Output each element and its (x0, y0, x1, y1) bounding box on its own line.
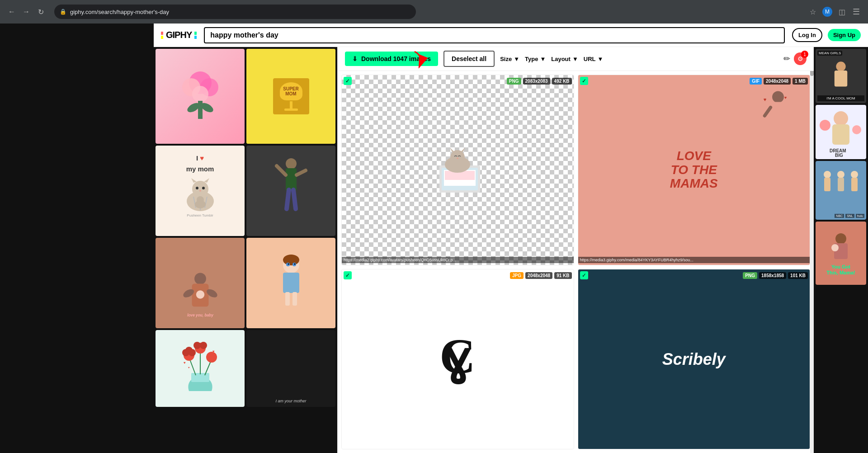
svg-point-87 (831, 244, 839, 251)
you-got-mama-tile[interactable]: You GotThis, Mama! (816, 222, 866, 285)
svg-point-49 (193, 342, 201, 349)
svg-point-83 (851, 171, 858, 178)
address-bar[interactable]: 🔒 giphy.com/search/happy-mother's-day (54, 5, 416, 19)
download-icon: ⇓ (352, 55, 358, 62)
layout-filter[interactable]: Layout ▼ (551, 56, 578, 62)
forward-button[interactable]: → (20, 5, 33, 18)
size-filter[interactable]: Size ▼ (500, 56, 519, 62)
svg-point-75 (820, 120, 830, 131)
right-gifs-column: I'M A COOL MOM MEAN GIRLS (814, 47, 868, 453)
item-header: ✓ PNG 2083x2083 492 KB (344, 77, 572, 85)
i-love-mom-gif-tile[interactable]: I ♥my mom (156, 146, 245, 236)
svg-point-29 (196, 290, 204, 298)
main-area: GIPHY Log In Sign Up (0, 24, 868, 453)
item-tags: PNG 2083x2083 492 KB (507, 78, 572, 85)
svg-point-51 (206, 352, 217, 363)
grid-view-button[interactable]: ✏ (783, 54, 790, 64)
svg-line-24 (293, 190, 296, 209)
item-checkbox-4[interactable]: ✓ (580, 271, 588, 279)
back-button[interactable]: ← (5, 5, 18, 18)
item-url: https://media2.giphy.com/avatars/pusheen… (342, 257, 574, 263)
svg-rect-80 (824, 178, 830, 191)
svg-rect-84 (851, 178, 858, 191)
chevron-down-icon-4: ▼ (598, 56, 604, 62)
toolbar-right: ✏ ⚙ 1 (783, 52, 807, 65)
svg-point-32 (283, 255, 299, 265)
item-preview-3: ɣ C (342, 269, 574, 449)
bookmark-button[interactable]: ☆ (807, 5, 819, 18)
item-tags-3: JPG 2048x2048 91 KB (510, 272, 571, 279)
url-text: giphy.com/search/happy-mother's-day (70, 9, 169, 15)
search-input[interactable] (204, 27, 785, 43)
user-button[interactable]: ☰ (850, 5, 863, 18)
mean-girls-badge: MEAN GIRLS (817, 51, 842, 56)
super-mom-gif-tile[interactable]: SUPERMOM (246, 49, 335, 144)
lock-icon: 🔒 (60, 9, 66, 15)
cartoon-mom-gif-tile[interactable] (246, 238, 335, 328)
mom-baby-gif-tile[interactable]: love you, baby (156, 238, 245, 328)
dimensions-tag-2: 2048x2048 (764, 78, 791, 85)
svg-point-19 (286, 158, 297, 169)
deselect-button[interactable]: Deselect all (443, 51, 495, 67)
item-header-2: ✓ GIF 2048x2048 1 MB (580, 77, 808, 85)
dream-big-tile[interactable]: DREAM BIG (816, 105, 866, 159)
chevron-down-icon-3: ▼ (572, 56, 578, 62)
svg-point-3 (192, 86, 208, 102)
svg-line-21 (277, 166, 286, 175)
mean-girls-tile[interactable]: I'M A COOL MOM MEAN GIRLS (816, 49, 866, 103)
download-toolbar: ⇓ Download 1047 images Deselect all Size… (338, 47, 814, 71)
giphy-header: GIPHY Log In Sign Up (154, 24, 868, 47)
svg-point-8 (192, 181, 208, 197)
svg-rect-82 (838, 178, 844, 191)
svg-text:♥: ♥ (212, 349, 215, 354)
item-preview-4: Scribely (578, 269, 810, 449)
giphy-page: GIPHY Log In Sign Up (154, 24, 868, 453)
download-item-4: ✓ PNG 1858x1858 101 KB Scribely (578, 269, 811, 449)
svg-rect-39 (292, 292, 297, 306)
svg-line-67 (764, 108, 770, 116)
snl-dance-tile[interactable]: NBC SNL hulu (816, 161, 866, 220)
signup-button[interactable]: Sign Up (828, 29, 861, 41)
svg-point-47 (185, 347, 193, 354)
dimensions-tag-3: 2048x2048 (525, 272, 552, 279)
browser-actions: ☆ M ◫ ☰ (807, 5, 863, 18)
download-item-3: ✓ JPG 2048x2048 91 KB ɣ C (341, 269, 574, 449)
left-sidebar (0, 24, 154, 453)
red-flowers-gif-tile[interactable]: ♥ ♥ ♥ (156, 330, 245, 407)
type-filter[interactable]: Type ▼ (525, 56, 546, 62)
download-button[interactable]: ⇓ Download 1047 images (345, 52, 438, 66)
item-header-4: ✓ PNG 1858x1858 101 KB (580, 271, 808, 279)
browser-chrome: ← → ↻ 🔒 giphy.com/search/happy-mother's-… (0, 0, 868, 24)
extra-row: ♥ ♥ ♥ I am your mother (156, 330, 335, 407)
extensions-button[interactable]: ◫ (835, 5, 848, 18)
item-tags-4: PNG 1858x1858 101 KB (743, 272, 808, 279)
reload-button[interactable]: ↻ (34, 5, 47, 18)
item-checkbox[interactable]: ✓ (344, 77, 352, 85)
type-tag-2: GIF (750, 78, 762, 85)
login-button[interactable]: Log In (792, 28, 822, 42)
svg-point-61 (450, 150, 465, 165)
profile-button[interactable]: M (821, 5, 834, 18)
svg-point-25 (194, 273, 206, 285)
gif-left-panel: SUPERMOM (154, 47, 337, 453)
svg-point-64 (457, 158, 458, 159)
dark-scene-gif-tile[interactable]: I am your mother (246, 330, 335, 407)
svg-marker-63 (461, 147, 465, 152)
url-filter[interactable]: URL ▼ (584, 56, 604, 62)
flowers-gif-tile[interactable] (156, 49, 245, 144)
scrollbar[interactable] (810, 47, 814, 453)
download-panel: ⇓ Download 1047 images Deselect all Size… (337, 47, 814, 453)
item-checkbox-2[interactable]: ✓ (580, 77, 588, 85)
svg-point-65 (772, 91, 784, 103)
svg-point-79 (824, 171, 831, 178)
woman-dance-gif-tile[interactable] (246, 146, 335, 236)
svg-point-73 (834, 111, 848, 126)
svg-marker-9 (191, 178, 197, 183)
item-checkbox-3[interactable]: ✓ (344, 271, 352, 279)
svg-text:♥: ♥ (184, 361, 186, 365)
svg-marker-10 (204, 178, 209, 183)
chevron-down-icon: ▼ (514, 56, 519, 62)
scribely-text: Scribely (662, 350, 726, 369)
item-preview (342, 75, 574, 265)
settings-button[interactable]: ⚙ 1 (794, 52, 807, 65)
